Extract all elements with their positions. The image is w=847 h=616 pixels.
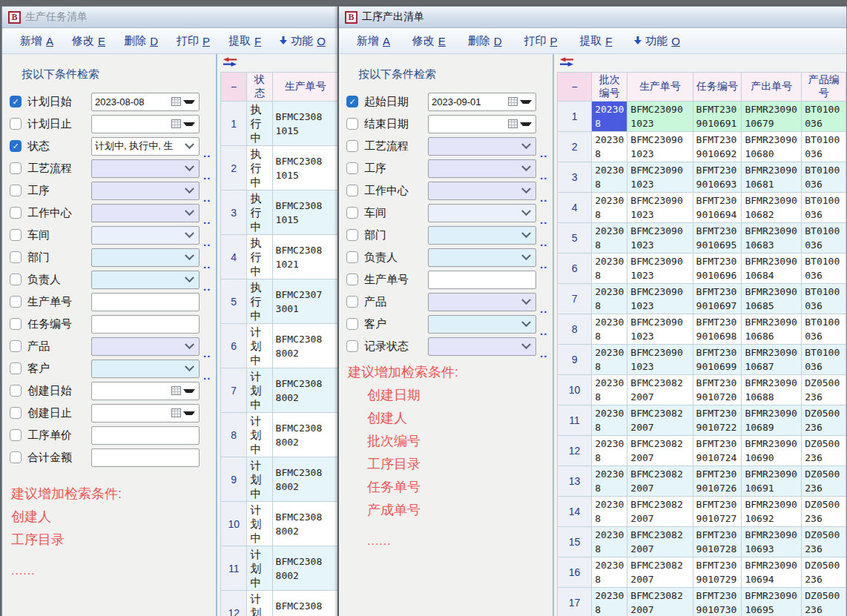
row-number-cell[interactable]: 10 bbox=[221, 502, 247, 546]
dropdown-process[interactable] bbox=[428, 159, 536, 178]
row-number-cell[interactable]: 8 bbox=[221, 413, 247, 457]
more-options-button[interactable]: .. bbox=[540, 328, 547, 335]
row-number-cell[interactable]: 5 bbox=[221, 279, 247, 324]
column-header-1[interactable]: 批次编号 bbox=[592, 73, 627, 102]
row-number-cell[interactable]: 13 bbox=[558, 466, 592, 497]
checkbox-plan-date-end[interactable] bbox=[10, 118, 22, 130]
cell-order[interactable]: BFMC2308 8002 bbox=[272, 457, 338, 502]
date-input-start-date[interactable]: 2023-09-01 bbox=[428, 93, 536, 111]
row-number-cell[interactable]: 6 bbox=[558, 254, 592, 284]
dropdown-process[interactable] bbox=[91, 182, 200, 200]
cell-batch[interactable]: 20230 8 bbox=[592, 497, 627, 527]
toolbar-button-add[interactable]: 新增A bbox=[20, 34, 53, 48]
cell-order[interactable]: BFMC2308 8002 bbox=[272, 368, 338, 413]
more-options-button[interactable]: .. bbox=[203, 239, 211, 246]
column-header-3[interactable]: 任务编号 bbox=[693, 73, 742, 102]
cell-order[interactable]: BFMC23082 2007 bbox=[627, 557, 693, 588]
more-options-button[interactable]: .. bbox=[203, 283, 211, 291]
cell-batch[interactable]: 20230 8 bbox=[592, 254, 627, 284]
checkbox-customer[interactable] bbox=[10, 362, 22, 374]
cell-order[interactable]: BFMC2308 8002 bbox=[272, 413, 338, 457]
cell-status[interactable]: 计划中 bbox=[247, 546, 272, 591]
cell-product[interactable]: DZ0500 236 bbox=[802, 527, 846, 557]
cell-task[interactable]: BFMT230 9010729 bbox=[693, 557, 742, 588]
cell-status[interactable]: 执行中 bbox=[247, 102, 272, 146]
cell-product[interactable]: BT0100 036 bbox=[802, 223, 846, 254]
row-number-cell[interactable]: 15 bbox=[558, 527, 592, 557]
cell-product[interactable]: BT0100 036 bbox=[802, 162, 846, 193]
cell-output[interactable]: BFMR23090 10695 bbox=[742, 588, 802, 616]
cell-output[interactable]: BFMR23090 10689 bbox=[742, 405, 802, 436]
row-number-cell[interactable]: 3 bbox=[221, 191, 247, 235]
cell-order[interactable]: BFMC2308 8002 bbox=[272, 502, 338, 546]
cell-task[interactable]: BFMT230 9010696 bbox=[693, 254, 742, 284]
cell-batch[interactable]: 20230 8 bbox=[592, 284, 627, 314]
checkbox-workshop[interactable] bbox=[346, 207, 358, 219]
cell-product[interactable]: BT0100 036 bbox=[802, 102, 846, 132]
cell-order[interactable]: BFMC23082 2007 bbox=[627, 527, 693, 557]
cell-task[interactable]: BFMT230 9010724 bbox=[693, 436, 742, 466]
toolbar-button-delete[interactable]: 删除D bbox=[468, 34, 502, 48]
cell-order[interactable]: BFMC2307 3001 bbox=[272, 279, 338, 324]
cell-order[interactable]: BFMC2308 1015 bbox=[272, 191, 338, 235]
cell-batch[interactable]: 20230 8 bbox=[592, 102, 627, 132]
text-input-production-no[interactable] bbox=[91, 293, 200, 311]
date-input-create-date-end[interactable] bbox=[91, 404, 200, 423]
cell-task[interactable]: BFMT230 9010722 bbox=[693, 405, 742, 436]
cell-batch[interactable]: 20230 8 bbox=[592, 436, 627, 466]
more-options-button[interactable]: .. bbox=[203, 372, 211, 380]
cell-order[interactable]: BFMC23090 1023 bbox=[627, 102, 693, 132]
cell-product[interactable]: DZ0500 236 bbox=[802, 375, 846, 405]
checkbox-work-center[interactable] bbox=[346, 185, 358, 196]
cell-product[interactable]: BT0100 036 bbox=[802, 314, 846, 345]
dropdown-customer[interactable] bbox=[428, 315, 536, 334]
cell-batch[interactable]: 20230 8 bbox=[592, 557, 627, 588]
titlebar-process-output-list[interactable]: B 工序产出清单 bbox=[339, 7, 846, 28]
row-number-cell[interactable]: 6 bbox=[221, 324, 247, 368]
cell-order[interactable]: BFMC23090 1023 bbox=[627, 284, 693, 314]
toolbar-button-extract[interactable]: 提取F bbox=[579, 34, 612, 48]
cell-output[interactable]: BFMR23090 10692 bbox=[742, 497, 802, 527]
toolbar-button-add[interactable]: 新增A bbox=[357, 34, 390, 48]
dropdown-record-status[interactable] bbox=[428, 337, 536, 356]
column-header-0[interactable]: − bbox=[221, 73, 247, 102]
cell-order[interactable]: BFMC2308 8002 bbox=[272, 324, 338, 368]
more-options-button[interactable]: .. bbox=[203, 194, 211, 202]
checkbox-product[interactable] bbox=[346, 296, 358, 308]
cell-task[interactable]: BFMT230 9010698 bbox=[693, 314, 742, 345]
toolbar-button-function[interactable]: 功能O bbox=[634, 34, 680, 48]
more-options-button[interactable]: .. bbox=[540, 305, 547, 313]
date-input-plan-date-start[interactable]: 2023-08-08 bbox=[91, 93, 200, 111]
more-options-button[interactable]: .. bbox=[203, 150, 211, 157]
cell-batch[interactable]: 20230 8 bbox=[592, 162, 627, 193]
cell-status[interactable]: 计划中 bbox=[247, 324, 272, 368]
checkbox-owner[interactable] bbox=[346, 251, 358, 263]
cell-product[interactable]: DZ0500 236 bbox=[802, 405, 846, 436]
cell-order[interactable]: BFMC2308 1015 bbox=[272, 102, 338, 146]
row-number-cell[interactable]: 12 bbox=[558, 436, 592, 466]
row-number-cell[interactable]: 14 bbox=[558, 497, 592, 527]
cell-task[interactable]: BFMT230 9010693 bbox=[693, 162, 742, 193]
text-input-process-price[interactable] bbox=[91, 426, 200, 445]
cell-output[interactable]: BFMR23090 10683 bbox=[742, 223, 802, 254]
cell-status[interactable]: 执行中 bbox=[247, 146, 272, 191]
column-header-5[interactable]: 产品编号 bbox=[802, 73, 846, 102]
checkbox-work-center[interactable] bbox=[10, 207, 22, 219]
cell-output[interactable]: BFMR23090 10686 bbox=[742, 314, 802, 345]
cell-task[interactable]: BFMT230 9010692 bbox=[693, 132, 742, 162]
cell-task[interactable]: BFMT230 9010720 bbox=[693, 375, 742, 405]
dropdown-product[interactable] bbox=[91, 337, 200, 356]
checkbox-end-date[interactable] bbox=[346, 118, 358, 130]
cell-output[interactable]: BFMR23090 10680 bbox=[742, 132, 802, 162]
cell-status[interactable]: 计划中 bbox=[247, 591, 272, 616]
swap-arrows-icon[interactable] bbox=[223, 57, 237, 67]
text-input-total-amount[interactable] bbox=[91, 448, 200, 467]
toolbar-button-delete[interactable]: 删除D bbox=[124, 34, 158, 48]
cell-order[interactable]: BFMC23082 2007 bbox=[627, 466, 693, 497]
dropdown-owner[interactable] bbox=[91, 271, 200, 289]
cell-batch[interactable]: 20230 8 bbox=[592, 193, 627, 223]
cell-product[interactable]: BT0100 036 bbox=[802, 193, 846, 223]
cell-batch[interactable]: 20230 8 bbox=[592, 132, 627, 162]
row-number-cell[interactable]: 17 bbox=[558, 588, 592, 616]
more-options-button[interactable]: .. bbox=[540, 172, 547, 179]
